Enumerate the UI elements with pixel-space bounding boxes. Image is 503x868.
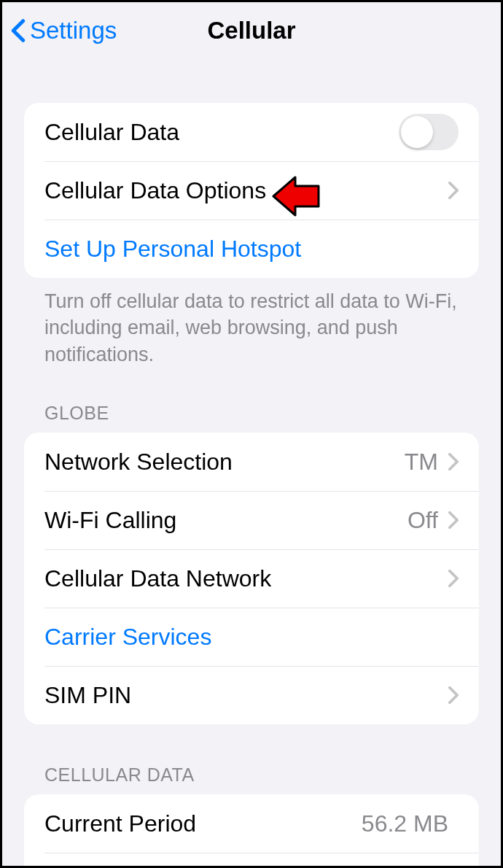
chevron-right-icon <box>448 686 459 704</box>
section-cellular: Cellular Data Cellular Data Options Set … <box>2 103 501 368</box>
chevron-right-icon <box>448 182 459 199</box>
page-title: Cellular <box>207 17 295 44</box>
row-carrier-services[interactable]: Carrier Services <box>24 608 479 666</box>
cellular-data-label: Cellular Data <box>44 119 399 146</box>
chevron-right-icon <box>448 511 459 529</box>
row-cellular-data[interactable]: Cellular Data <box>24 103 479 161</box>
back-label: Settings <box>30 17 117 44</box>
row-partial[interactable] <box>24 853 479 868</box>
section-header-cellular-data: CELLULAR DATA <box>2 764 501 794</box>
chevron-left-icon <box>11 18 26 43</box>
cellular-data-options-label: Cellular Data Options <box>44 177 448 204</box>
section-carrier: GLOBE Network Selection TM Wi-Fi Calling… <box>2 403 501 724</box>
back-button[interactable]: Settings <box>11 17 117 44</box>
nav-bar: Settings Cellular <box>2 2 501 59</box>
cellular-data-network-label: Cellular Data Network <box>44 565 448 592</box>
section-cellular-data: CELLULAR DATA Current Period 56.2 MB <box>2 764 501 868</box>
carrier-services-label: Carrier Services <box>44 624 459 651</box>
chevron-right-icon <box>448 570 459 587</box>
wifi-calling-label: Wi-Fi Calling <box>44 507 408 534</box>
current-period-label: Current Period <box>44 810 362 837</box>
row-sim-pin[interactable]: SIM PIN <box>24 666 479 724</box>
network-selection-label: Network Selection <box>44 449 405 476</box>
cellular-data-toggle[interactable] <box>399 114 459 150</box>
annotation-arrow-icon <box>270 173 323 222</box>
sim-pin-label: SIM PIN <box>44 682 448 709</box>
row-cellular-data-options[interactable]: Cellular Data Options <box>24 161 479 220</box>
wifi-calling-value: Off <box>408 507 438 534</box>
toggle-knob <box>401 116 433 148</box>
personal-hotspot-label: Set Up Personal Hotspot <box>44 236 459 263</box>
section-footer: Turn off cellular data to restrict all d… <box>2 278 501 368</box>
section-header-globe: GLOBE <box>2 403 501 433</box>
network-selection-value: TM <box>405 449 438 476</box>
row-network-selection[interactable]: Network Selection TM <box>24 433 479 491</box>
chevron-right-icon <box>448 453 459 470</box>
row-cellular-data-network[interactable]: Cellular Data Network <box>24 549 479 608</box>
current-period-value: 56.2 MB <box>362 810 448 837</box>
row-wifi-calling[interactable]: Wi-Fi Calling Off <box>24 491 479 549</box>
row-personal-hotspot[interactable]: Set Up Personal Hotspot <box>24 220 479 278</box>
row-current-period[interactable]: Current Period 56.2 MB <box>24 794 479 853</box>
